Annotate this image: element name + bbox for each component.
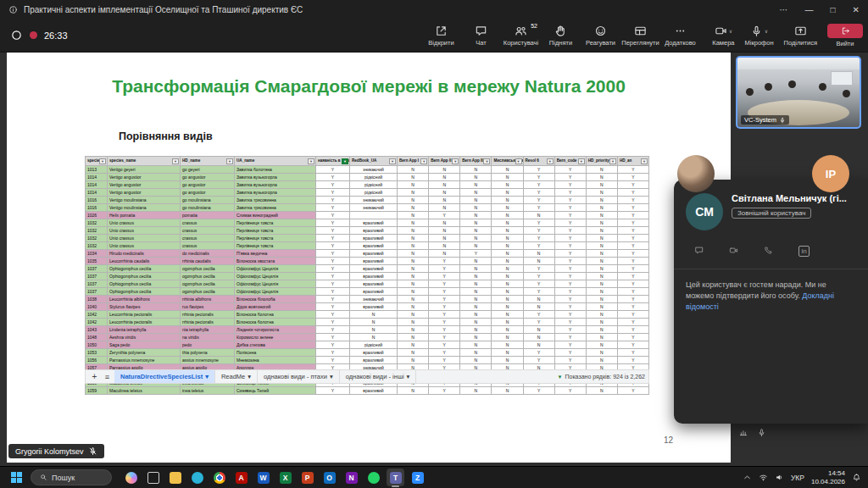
taskbar-app-edge-icon[interactable] [188, 469, 206, 486]
sheet-tab[interactable]: NaturaDirectiveSpeciesList▾ [114, 370, 215, 383]
filter-icon[interactable]: ▼ [483, 158, 490, 164]
raise-hand-button[interactable]: Підняти [542, 22, 580, 49]
room-video-tile[interactable]: VC-System [736, 56, 861, 129]
taskbar-app-whatsapp-icon[interactable] [364, 469, 382, 486]
wifi-icon[interactable] [759, 473, 768, 482]
participants-button[interactable]: 52 Користувачі [502, 22, 540, 49]
leave-button[interactable]: Вийти [827, 24, 863, 47]
tile-mic-icon[interactable] [757, 428, 766, 437]
filter-icon[interactable]: ▼ [342, 158, 348, 164]
taskbar-app-file-explorer-icon[interactable] [166, 469, 184, 486]
table-row[interactable]: 1053Zerynthia polyxenathia polyxenaПолік… [86, 349, 649, 357]
taskbar-app-teams-icon[interactable]: T [387, 469, 404, 486]
minimize-button[interactable]: — [805, 5, 814, 14]
column-header[interactable]: HD_an▼ [617, 157, 648, 166]
table-row[interactable]: 1037Ophiogomphus ceciliaogomphus cecilia… [86, 280, 649, 288]
view-button[interactable]: Переглянути [621, 22, 659, 49]
taskbar-app-zoom-icon[interactable]: Z [409, 469, 426, 486]
table-row[interactable]: 1014Vertigo angustiorgo angustiorЗавитка… [86, 181, 649, 189]
filter-icon[interactable]: ▼ [452, 158, 459, 164]
tab-menu-icon[interactable]: ▾ [407, 373, 410, 380]
table-row[interactable]: 1059Maculinea teleiusinea teleiusСинявец… [86, 387, 649, 395]
start-button[interactable] [7, 469, 25, 487]
taskbar-app-powerpoint-icon[interactable]: P [298, 469, 316, 486]
table-row[interactable]: 1042Leucorrhinia pectoralisrrhinia pecto… [86, 311, 649, 319]
column-header[interactable]: UA_name▼ [235, 157, 316, 166]
tray-chevron-up-icon[interactable] [743, 473, 752, 482]
table-row[interactable]: 1037Ophiogomphus ceciliaogomphus cecilia… [86, 265, 649, 273]
table-row[interactable]: 1048Aeshna viridisna viridisКоромисло зе… [86, 334, 649, 341]
taskbar-app-onenote-icon[interactable]: N [342, 469, 360, 486]
table-row[interactable]: 1050Saga pedopedoДибка степоваYрідкісний… [86, 341, 649, 349]
filter-icon[interactable]: ▼ [226, 158, 233, 164]
filter-icon[interactable]: ▼ [99, 158, 106, 164]
table-row[interactable]: 1035Leucorrhinia caudalisrrhinia caudali… [86, 258, 649, 265]
table-row[interactable]: 1056Parnassius mnemosyneassius mnemosyne… [86, 357, 649, 364]
column-header[interactable]: HD_name▼ [181, 157, 235, 166]
close-button[interactable]: ✕ [853, 5, 860, 14]
taskbar-app-excel-icon[interactable]: X [276, 469, 294, 486]
column-header[interactable]: species▼ [86, 157, 108, 166]
participant-video-avatar[interactable] [677, 155, 715, 192]
filter-icon[interactable]: ▼ [308, 158, 314, 164]
filter-icon[interactable]: ▼ [389, 158, 396, 164]
column-header[interactable]: Мисливський вид▼ [492, 157, 523, 166]
column-header[interactable]: Bern App II▼ [429, 157, 460, 166]
filter-icon[interactable]: ▼ [515, 158, 522, 164]
sheet-tab[interactable]: ReadMe▾ [215, 370, 258, 383]
table-row[interactable]: 1016Vertigo moulinsianago moulinsianaЗав… [86, 197, 649, 204]
table-row[interactable]: 1032Unio crassuscrassusПерлівниця товста… [86, 235, 649, 242]
camera-button[interactable]: ∨ Камера [712, 25, 734, 47]
sheet-tab[interactable]: однакові види - інші▾ [340, 370, 417, 383]
column-header[interactable]: Bern_code▼ [554, 157, 586, 166]
table-row[interactable]: 1038Leucorrhinia albifronsrrhinia albifr… [86, 296, 649, 303]
language-indicator[interactable]: УКР [791, 474, 804, 482]
chat-icon[interactable] [694, 246, 704, 255]
table-row[interactable]: 1037Ophiogomphus ceciliaogomphus cecilia… [86, 273, 649, 280]
maximize-button[interactable]: □ [831, 5, 836, 14]
table-row[interactable]: 1032Unio crassuscrassusПерлівниця товста… [86, 227, 649, 235]
chat-button[interactable]: Чат [462, 22, 500, 49]
sheet-tab[interactable]: однакові види - птахи▾ [258, 370, 340, 383]
mic-button[interactable]: ∨ Мікрофон [745, 25, 774, 47]
table-row[interactable]: 1042Leucorrhinia pectoralisrrhinia pecto… [86, 319, 649, 326]
react-button[interactable]: Реагувати [581, 22, 620, 49]
mic-chevron-icon[interactable]: ∨ [765, 28, 768, 34]
column-header[interactable]: HD_priority▼ [586, 157, 617, 166]
phone-icon[interactable] [764, 246, 773, 255]
table-row[interactable]: 1016Vertigo moulinsianago moulinsianaЗав… [86, 204, 649, 212]
filter-icon[interactable]: ▼ [578, 158, 585, 164]
stats-icon[interactable] [739, 428, 748, 437]
all-sheets-menu-button[interactable]: ≡ [102, 373, 113, 381]
table-row[interactable]: 1034Hirudo medicinalisdo medicinalisП'яв… [86, 250, 649, 258]
column-header[interactable]: Bern App III▼ [460, 157, 492, 166]
filter-icon[interactable]: ▼ [609, 158, 616, 164]
table-row[interactable]: 1032Unio crassuscrassusПерлівниця товста… [86, 219, 649, 227]
column-header[interactable]: RedBook_UA▼ [350, 157, 398, 166]
notifications-bell-icon[interactable] [852, 473, 861, 482]
table-row[interactable]: 1040Stylurus flavipesrus flavipesДідок ж… [86, 303, 649, 311]
taskbar-app-word-icon[interactable]: W [254, 469, 272, 486]
camera-chevron-icon[interactable]: ∨ [729, 28, 732, 34]
table-row[interactable]: 1014Vertigo angustiorgo angustiorЗавитка… [86, 189, 649, 197]
linkedin-icon[interactable]: in [798, 246, 810, 257]
share-button[interactable]: Поділитися [784, 25, 817, 47]
table-row[interactable]: 1032Unio crassuscrassusПерлівниця товста… [86, 242, 649, 250]
participant-avatar-ip[interactable]: IP [812, 155, 849, 192]
column-header[interactable]: Bern App I▼ [398, 157, 429, 166]
column-header[interactable]: species_name▼ [108, 157, 181, 166]
table-row[interactable]: 1026Helix pomatiapomatiaСлимак виноградн… [86, 212, 649, 219]
taskbar-app-acrobat-icon[interactable]: A [232, 469, 250, 486]
video-call-icon[interactable] [729, 246, 738, 255]
taskbar-app-copilot-icon[interactable] [122, 469, 140, 486]
filter-icon[interactable]: ▼ [641, 158, 648, 164]
table-row[interactable]: 1014Vertigo angustiorgo angustiorЗавитка… [86, 174, 649, 181]
more-actions-button[interactable]: Додатково [661, 22, 699, 49]
clock[interactable]: 14:54 10.04.2026 [811, 469, 845, 486]
table-row[interactable]: 1043Lindenia tetraphyllania tetraphyllaЛ… [86, 326, 649, 334]
column-header[interactable]: Resol 6▼ [523, 157, 554, 166]
table-row[interactable]: 1037Ophiogomphus ceciliaogomphus cecilia… [86, 288, 649, 296]
taskbar-app-outlook-icon[interactable]: O [320, 469, 338, 486]
open-button[interactable]: Відкрити [422, 22, 460, 49]
filter-icon[interactable]: ▼ [420, 158, 427, 164]
